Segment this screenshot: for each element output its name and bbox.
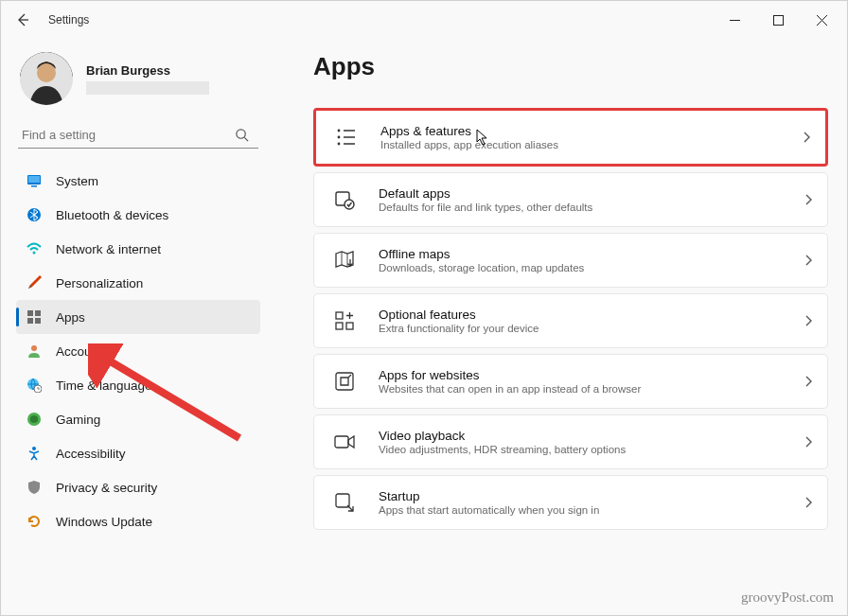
sidebar-item-network[interactable]: Network & internet (16, 232, 260, 266)
gaming-icon (26, 411, 43, 428)
chevron-right-icon (803, 194, 814, 205)
svg-rect-25 (346, 323, 353, 329)
chevron-right-icon (803, 497, 814, 508)
sidebar-item-gaming[interactable]: Gaming (16, 402, 260, 436)
svg-rect-9 (27, 310, 33, 316)
window-title: Settings (48, 13, 89, 26)
video-icon (331, 429, 358, 455)
card-title: Optional features (379, 308, 803, 322)
chevron-right-icon (803, 315, 814, 326)
sidebar-item-time[interactable]: Time & language (16, 368, 260, 402)
card-apps-features[interactable]: Apps & features Installed apps, app exec… (313, 108, 828, 167)
card-desc: Downloads, storage location, map updates (379, 262, 803, 273)
globe-clock-icon (26, 377, 43, 394)
svg-rect-27 (335, 436, 348, 448)
chevron-right-icon (801, 132, 812, 143)
card-title: Startup (379, 489, 803, 503)
svg-rect-5 (28, 176, 40, 183)
card-startup[interactable]: Startup Apps that start automatically wh… (313, 475, 828, 530)
card-title: Video playback (379, 429, 803, 443)
card-desc: Apps that start automatically when you s… (379, 504, 803, 516)
chevron-right-icon (803, 376, 814, 387)
card-title: Offline maps (379, 247, 803, 261)
back-arrow-icon (15, 12, 30, 27)
shield-icon (26, 479, 43, 496)
card-video-playback[interactable]: Video playback Video adjustments, HDR st… (313, 414, 828, 469)
avatar (20, 52, 73, 105)
startup-icon (331, 489, 358, 516)
default-app-icon (331, 186, 358, 213)
svg-rect-11 (27, 318, 33, 324)
svg-rect-10 (35, 310, 41, 316)
sidebar-item-system[interactable]: System (16, 164, 260, 198)
sidebar-item-personalization[interactable]: Personalization (16, 266, 260, 300)
settings-window: Settings Brian Burgess (0, 0, 848, 616)
bluetooth-icon (26, 206, 43, 223)
sidebar-item-apps[interactable]: Apps (16, 300, 260, 334)
svg-rect-23 (336, 312, 343, 319)
svg-point-8 (33, 252, 36, 255)
svg-point-3 (237, 130, 245, 138)
svg-point-20 (338, 143, 341, 146)
search-input[interactable] (22, 128, 235, 142)
svg-point-19 (338, 136, 341, 139)
sidebar-item-label: System (56, 174, 98, 188)
sidebar-item-label: Accessibility (56, 447, 126, 461)
search-box[interactable] (18, 122, 258, 149)
sidebar-item-accounts[interactable]: Accounts (16, 334, 260, 368)
card-apps-for-websites[interactable]: Apps for websites Websites that can open… (313, 354, 828, 409)
card-desc: Video adjustments, HDR streaming, batter… (379, 444, 803, 455)
sidebar-item-update[interactable]: Windows Update (16, 504, 260, 538)
card-default-apps[interactable]: Default apps Defaults for file and link … (313, 172, 828, 227)
card-desc: Installed apps, app execution aliases (380, 139, 801, 150)
system-icon (26, 172, 43, 189)
sidebar-item-label: Network & internet (56, 242, 161, 256)
sidebar-item-privacy[interactable]: Privacy & security (16, 470, 260, 504)
optional-features-icon (331, 308, 358, 334)
cards-list: Apps & features Installed apps, app exec… (313, 108, 828, 530)
sidebar-item-label: Personalization (56, 276, 143, 290)
card-title: Apps for websites (379, 368, 803, 382)
maximize-icon (773, 15, 784, 26)
card-offline-maps[interactable]: Offline maps Downloads, storage location… (313, 233, 828, 288)
user-profile[interactable]: Brian Burgess (20, 52, 260, 105)
map-download-icon (331, 247, 358, 273)
minimize-button[interactable] (713, 5, 756, 35)
close-button[interactable] (800, 5, 843, 35)
nav-list: System Bluetooth & devices Network & int… (16, 164, 260, 538)
svg-point-18 (338, 130, 341, 132)
card-title: Default apps (379, 186, 803, 201)
card-optional-features[interactable]: Optional features Extra functionality fo… (313, 293, 828, 348)
brush-icon (26, 274, 43, 291)
sidebar-item-label: Windows Update (56, 515, 152, 529)
card-desc: Extra functionality for your device (379, 323, 803, 334)
page-title: Apps (313, 52, 828, 81)
card-desc: Websites that can open in an app instead… (379, 383, 803, 395)
search-icon (235, 128, 249, 142)
sidebar-item-label: Time & language (56, 378, 152, 393)
back-button[interactable] (5, 2, 41, 38)
main-content: Apps Apps & features Installed apps, app… (275, 39, 847, 615)
accessibility-icon (26, 445, 43, 462)
svg-rect-12 (35, 318, 41, 324)
card-desc: Defaults for file and link types, other … (379, 202, 803, 213)
list-icon (333, 124, 360, 150)
avatar-image-icon (20, 52, 73, 105)
card-title: Apps & features (380, 124, 801, 138)
chevron-right-icon (803, 255, 814, 266)
maximize-button[interactable] (756, 5, 800, 35)
watermark: groovyPost.com (741, 590, 834, 606)
sidebar-item-accessibility[interactable]: Accessibility (16, 436, 260, 470)
svg-point-2 (37, 63, 56, 82)
sidebar-item-label: Gaming (56, 413, 100, 427)
sidebar-item-label: Accounts (56, 344, 109, 359)
sidebar: Brian Burgess System Bluetooth & devices (1, 39, 275, 615)
profile-email-redacted (86, 81, 209, 95)
svg-rect-28 (336, 494, 349, 507)
profile-name: Brian Burgess (86, 63, 209, 78)
website-app-icon (331, 368, 358, 395)
svg-rect-6 (31, 185, 37, 187)
minimize-icon (730, 15, 740, 26)
svg-rect-0 (773, 15, 783, 25)
sidebar-item-bluetooth[interactable]: Bluetooth & devices (16, 198, 260, 232)
